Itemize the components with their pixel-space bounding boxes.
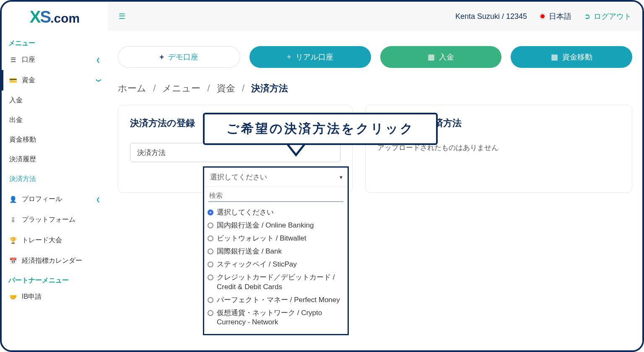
sidebar-item-label: プラットフォーム (22, 215, 75, 224)
sidebar-sub-withdraw[interactable]: 出金 (2, 110, 108, 130)
option-label: 国際銀行送金 / Bank (217, 247, 282, 256)
sidebar-toggle-icon[interactable]: ☰ (119, 12, 125, 21)
logo-x: X (30, 8, 40, 26)
sidebar-item-platform[interactable]: ⇩ プラットフォーム (2, 210, 108, 230)
header-right: Kenta Suzuki / 12345 日本語 ➲ ログアウト (455, 11, 631, 21)
breadcrumb-funds[interactable]: 資金 (217, 83, 235, 93)
card-icon: ▦ (551, 52, 558, 62)
instruction-callout: ご希望の決済方法をクリック (203, 113, 438, 157)
logo-s: S (40, 8, 50, 26)
sidebar-item-accounts[interactable]: ☰ 口座 ❮ (2, 49, 108, 70)
select-field-label: 決済方法 (130, 143, 197, 162)
pill-label: 入金 (439, 52, 454, 62)
pill-label: 資金移動 (562, 52, 592, 62)
logout-label: ログアウト (594, 11, 631, 21)
chevron-left-icon: ❮ (96, 197, 100, 202)
sidebar-item-label: 口座 (22, 55, 35, 64)
plus-icon: + (287, 53, 291, 62)
radio-icon (208, 297, 213, 303)
radio-icon (208, 248, 213, 254)
sidebar-item-profile[interactable]: 👤 プロフィール ❮ (2, 189, 108, 210)
dropdown-selected-value: 選択してください (210, 172, 267, 182)
payment-method-dropdown-open: 選択してください ▼ 選択してください 国内銀行送金 / Online Bank… (203, 166, 349, 335)
sidebar-item-contest[interactable]: 🏆 トレード大会 (2, 230, 108, 251)
dropdown-option[interactable]: パーフェクト・マネー / Perfect Money (208, 294, 344, 307)
breadcrumb-sep: / (153, 83, 156, 93)
wallet-icon: 💳 (9, 77, 17, 84)
dropdown-options-list: 選択してください 国内銀行送金 / Online Banking ビットウォレッ… (204, 204, 348, 334)
main-column: ☰ Kenta Suzuki / 12345 日本語 ➲ ログアウト + デモ口… (108, 2, 642, 350)
logout-button[interactable]: ➲ ログアウト (584, 11, 631, 21)
partner-section-title: パートナーメニュー (2, 271, 108, 287)
sidebar-item-funds[interactable]: 💳 資金 ❮ (2, 70, 108, 91)
sidebar-item-label: 資金 (22, 76, 35, 85)
dropdown-option[interactable]: 国内銀行送金 / Online Banking (208, 219, 344, 232)
dropdown-option[interactable]: ビットウォレット / Bitwallet (208, 232, 344, 245)
sidebar-item-label: 経済指標カレンダー (22, 256, 82, 265)
dropdown-option[interactable]: 国際銀行送金 / Bank (208, 245, 344, 258)
radio-icon (208, 210, 213, 215)
logo[interactable]: XS.com (2, 2, 108, 34)
breadcrumb-menu[interactable]: メニュー (162, 83, 200, 93)
logo-dotcom: .com (50, 11, 80, 25)
calendar-icon: 📅 (9, 257, 17, 265)
chevron-down-icon: ❮ (95, 78, 101, 83)
dropdown-option[interactable]: クレジットカード／デビットカード / Credit & Debit Cards (208, 271, 344, 294)
breadcrumb-sep: / (242, 83, 244, 93)
handshake-icon: 🤝 (9, 293, 17, 301)
breadcrumb-sep: / (208, 83, 210, 93)
sidebar-sub-payment-method[interactable]: 決済方法 (2, 169, 108, 189)
pill-label: デモ口座 (168, 52, 198, 62)
card-icon: ▦ (428, 52, 435, 62)
option-label: 選択してください (217, 208, 274, 217)
breadcrumb: ホーム / メニュー / 資金 / 決済方法 (118, 80, 632, 105)
language-label: 日本語 (549, 11, 571, 21)
option-label: 仮想通貨・ネットワーク / Crypto Currency - Network (217, 308, 344, 328)
menu-section-title: メニュー (2, 34, 108, 49)
sidebar-item-ib-apply[interactable]: 🤝 IB申請 (2, 287, 108, 307)
sidebar-item-label: プロフィール (22, 195, 62, 204)
chevron-left-icon: ❮ (96, 57, 100, 63)
pill-label: リアル口座 (296, 52, 333, 62)
radio-icon (208, 236, 213, 241)
radio-icon (208, 310, 213, 316)
dropdown-selected-display[interactable]: 選択してください ▼ (204, 168, 348, 187)
user-icon: 👤 (9, 196, 17, 203)
radio-icon (208, 274, 213, 280)
callout-pointer-icon (287, 145, 305, 157)
option-label: クレジットカード／デビットカード / Credit & Debit Cards (217, 273, 344, 292)
dropdown-option[interactable]: スティックペイ / SticPay (208, 258, 344, 271)
option-label: ビットウォレット / Bitwallet (217, 234, 306, 243)
option-label: 国内銀行送金 / Online Banking (217, 221, 314, 230)
dropdown-option[interactable]: 仮想通貨・ネットワーク / Crypto Currency - Network (208, 307, 344, 329)
app-frame: XS.com メニュー ☰ 口座 ❮ 💳 資金 ❮ 入金 出金 資金移動 決済履… (0, 0, 644, 352)
dropdown-search-input[interactable] (208, 190, 343, 202)
sidebar-item-label: IB申請 (22, 292, 42, 301)
user-account-line[interactable]: Kenta Suzuki / 12345 (455, 12, 527, 21)
logout-icon: ➲ (584, 12, 590, 21)
sidebar-sub-deposit[interactable]: 入金 (2, 91, 108, 110)
transfer-button[interactable]: ▦ 資金移動 (511, 46, 632, 68)
chevron-down-icon: ▼ (339, 175, 343, 180)
radio-icon (208, 223, 213, 228)
dropdown-option[interactable]: 選択してください (208, 206, 344, 219)
callout-text: ご希望の決済方法をクリック (203, 113, 438, 145)
breadcrumb-home[interactable]: ホーム (118, 83, 146, 93)
language-switcher[interactable]: 日本語 (540, 11, 571, 21)
radio-icon (208, 261, 213, 267)
sidebar-sub-history[interactable]: 決済履歴 (2, 150, 108, 169)
download-icon: ⇩ (9, 216, 17, 224)
top-header: ☰ Kenta Suzuki / 12345 日本語 ➲ ログアウト (108, 2, 642, 31)
sidebar: XS.com メニュー ☰ 口座 ❮ 💳 資金 ❮ 入金 出金 資金移動 決済履… (2, 2, 108, 350)
sidebar-item-label: トレード大会 (22, 236, 62, 245)
sidebar-sub-transfer[interactable]: 資金移動 (2, 130, 108, 150)
open-demo-account-button[interactable]: + デモ口座 (118, 46, 240, 68)
option-label: パーフェクト・マネー / Perfect Money (217, 295, 340, 305)
jp-flag-icon (540, 13, 545, 19)
sidebar-item-calendar[interactable]: 📅 経済指標カレンダー (2, 251, 108, 271)
open-real-account-button[interactable]: + リアル口座 (249, 46, 371, 68)
trophy-icon: 🏆 (9, 237, 17, 244)
breadcrumb-current: 決済方法 (251, 83, 288, 93)
action-pill-row: + デモ口座 + リアル口座 ▦ 入金 ▦ 資金移動 (108, 31, 642, 76)
deposit-button[interactable]: ▦ 入金 (380, 46, 502, 68)
